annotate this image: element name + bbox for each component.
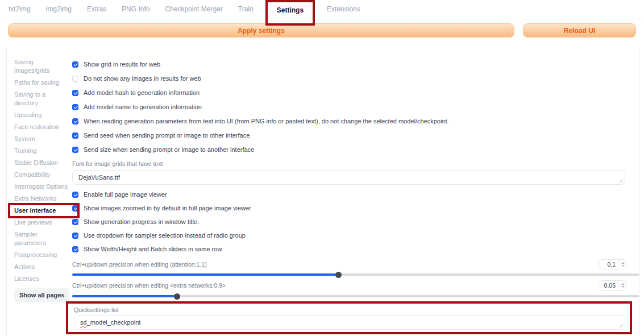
apply-settings-button[interactable]: Apply settings <box>8 23 514 38</box>
checkbox-show-grid[interactable] <box>72 61 78 68</box>
sidebar-item-face-restoration[interactable]: Face restoration <box>14 123 70 131</box>
sidebar-item-compatibility[interactable]: Compatibility <box>14 171 70 179</box>
checkbox-label: Send size when sending prompt or image t… <box>84 146 254 153</box>
tab-extras[interactable]: Extras <box>87 5 106 19</box>
font-field-value: DejaVuSans.ttf <box>78 174 120 181</box>
checkbox-send-seed[interactable] <box>72 132 78 139</box>
checkbox-label: Add model hash to generation information <box>84 89 200 96</box>
checkbox-model-name[interactable] <box>72 104 78 110</box>
extra-networks-precision-label: Ctrl+up/down precision when editing <ext… <box>72 282 226 289</box>
extra-networks-precision-row: Ctrl+up/down precision when editing <ext… <box>72 280 639 291</box>
checkbox-row-show-grid[interactable]: Show grid in results for web <box>72 61 639 68</box>
sidebar-item-user-interface-label: User interface <box>14 207 56 214</box>
checkbox-sliders-same-row[interactable] <box>72 246 78 252</box>
annotation-box-quicksettings: Quicksettings list sd_model_checkpoint <box>66 301 632 334</box>
spinner-down-icon[interactable] <box>621 265 625 267</box>
sidebar-item-actions[interactable]: Actions <box>14 263 70 271</box>
checkbox-row-model-hash[interactable]: Add model hash to generation information <box>72 89 639 96</box>
user-interface-settings: Show grid in results for web Do not show… <box>72 61 639 336</box>
sidebar-item-training[interactable]: Training <box>14 147 70 155</box>
checkbox-send-size[interactable] <box>72 147 78 153</box>
checkbox-no-images[interactable] <box>72 76 78 82</box>
resize-handle-icon[interactable] <box>618 177 623 182</box>
font-field-input[interactable]: DejaVuSans.ttf <box>72 170 625 185</box>
sidebar-item-licenses[interactable]: Licenses <box>14 275 70 283</box>
checkbox-row-keep-checkpoint[interactable]: When reading generation parameters from … <box>72 118 639 125</box>
tab-settings-label: Settings <box>277 6 304 14</box>
sidebar-item-extra-networks[interactable]: Extra Networks <box>14 194 70 203</box>
attention-precision-label: Ctrl+up/down precision when editing (att… <box>72 261 207 268</box>
checkbox-label: Show images zoomed in by default in full… <box>84 205 251 211</box>
settings-sidebar: Saving images/grids Paths for saving Sav… <box>14 58 70 306</box>
spinner-up-icon[interactable] <box>621 283 625 285</box>
number-spinner[interactable] <box>618 260 626 269</box>
sidebar-item-saving-images[interactable]: Saving images/grids <box>14 58 70 75</box>
checkbox-model-hash[interactable] <box>72 90 78 96</box>
checkbox-row-sliders-same-row[interactable]: Show Width/Height and Batch sliders in s… <box>72 246 639 252</box>
app-window: txt2img img2img Extras PNG Info Checkpoi… <box>0 0 644 336</box>
checkbox-label: Show generation progress in window title… <box>84 218 199 225</box>
checkbox-label: Use dropdown for sampler selection inste… <box>84 232 246 239</box>
sidebar-item-upscaling[interactable]: Upscaling <box>14 111 70 119</box>
spinner-down-icon[interactable] <box>621 286 625 288</box>
quicksettings-value: sd_model_checkpoint <box>80 319 140 326</box>
attention-precision-number-input[interactable]: 0.1 <box>599 259 627 269</box>
tab-train[interactable]: Train <box>238 5 254 19</box>
extra-networks-precision-slider[interactable] <box>72 295 639 297</box>
sidebar-item-sampler-parameters[interactable]: Sampler parameters <box>14 230 70 247</box>
checkbox-row-model-name[interactable]: Add model name to generation information <box>72 103 639 110</box>
checkbox-keep-checkpoint[interactable] <box>72 118 78 125</box>
checkbox-row-zoomed-default[interactable]: Show images zoomed in by default in full… <box>72 205 639 211</box>
checkbox-label: Show Width/Height and Batch sliders in s… <box>84 246 222 252</box>
resize-handle-icon[interactable] <box>618 322 623 327</box>
extra-networks-precision-number-input[interactable]: 0.05 <box>599 280 627 291</box>
checkbox-row-no-images[interactable]: Do not show any images in results for we… <box>72 75 639 82</box>
checkbox-row-sampler-dropdown[interactable]: Use dropdown for sampler selection inste… <box>72 232 639 239</box>
tab-txt2img[interactable]: txt2img <box>9 5 31 19</box>
settings-action-row: Apply settings Reload UI <box>8 23 636 38</box>
slider-fill <box>72 273 339 276</box>
sidebar-item-show-all-pages[interactable]: Show all pages <box>14 288 69 302</box>
sidebar-item-paths-for-saving[interactable]: Paths for saving <box>14 78 70 87</box>
checkbox-row-progress-title[interactable]: Show generation progress in window title… <box>72 218 639 225</box>
slider-handle[interactable] <box>335 272 342 278</box>
checkbox-label: Send seed when sending prompt or image t… <box>84 132 250 139</box>
quicksettings-label: Quicksettings list <box>74 306 625 313</box>
tab-checkpoint-merger[interactable]: Checkpoint Merger <box>165 5 222 19</box>
viewer-settings-group: Enable full page image viewer Show image… <box>72 191 639 252</box>
sidebar-item-system[interactable]: System <box>14 135 70 143</box>
font-field-label: Font for image grids that have text <box>72 160 639 167</box>
checkbox-label: Do not show any images in results for we… <box>84 75 201 82</box>
checkbox-row-send-size[interactable]: Send size when sending prompt or image t… <box>72 146 639 153</box>
quicksettings-input[interactable]: sd_model_checkpoint <box>74 315 625 330</box>
attention-precision-slider[interactable] <box>72 273 639 276</box>
sidebar-item-user-interface[interactable]: User interface <box>14 206 70 215</box>
checkbox-label: When reading generation parameters from … <box>84 118 449 125</box>
checkbox-zoomed-default[interactable] <box>72 205 78 211</box>
sidebar-item-postprocessing[interactable]: Postprocessing <box>14 251 70 259</box>
extra-networks-precision-value: 0.05 <box>599 281 618 290</box>
reload-ui-button[interactable]: Reload UI <box>523 23 636 38</box>
slider-handle[interactable] <box>174 293 180 300</box>
sidebar-item-interrogate-options[interactable]: Interrogate Options <box>14 182 70 191</box>
tab-settings[interactable]: Settings <box>269 2 311 19</box>
spinner-up-icon[interactable] <box>621 262 625 264</box>
checkbox-label: Enable full page image viewer <box>84 191 167 198</box>
tab-img2img[interactable]: img2img <box>46 5 72 19</box>
sidebar-item-stable-diffusion[interactable]: Stable Diffusion <box>14 159 70 167</box>
checkbox-sampler-dropdown[interactable] <box>72 233 78 239</box>
slider-fill <box>72 295 177 297</box>
number-spinner[interactable] <box>618 281 626 290</box>
checkbox-row-send-seed[interactable]: Send seed when sending prompt or image t… <box>72 132 639 139</box>
checkbox-label: Show grid in results for web <box>84 61 160 68</box>
tab-png-info[interactable]: PNG Info <box>122 5 149 19</box>
checkbox-row-full-page-viewer[interactable]: Enable full page image viewer <box>72 191 639 198</box>
attention-precision-row: Ctrl+up/down precision when editing (att… <box>72 259 639 269</box>
attention-precision-value: 0.1 <box>599 260 618 269</box>
checkbox-label: Add model name to generation information <box>84 103 202 110</box>
sidebar-item-saving-to-directory[interactable]: Saving to a directory <box>14 90 70 107</box>
checkbox-full-page-viewer[interactable] <box>72 192 78 198</box>
sidebar-item-live-previews[interactable]: Live previews <box>14 218 70 227</box>
checkbox-progress-title[interactable] <box>72 219 78 225</box>
tab-extensions[interactable]: Extensions <box>327 5 360 19</box>
